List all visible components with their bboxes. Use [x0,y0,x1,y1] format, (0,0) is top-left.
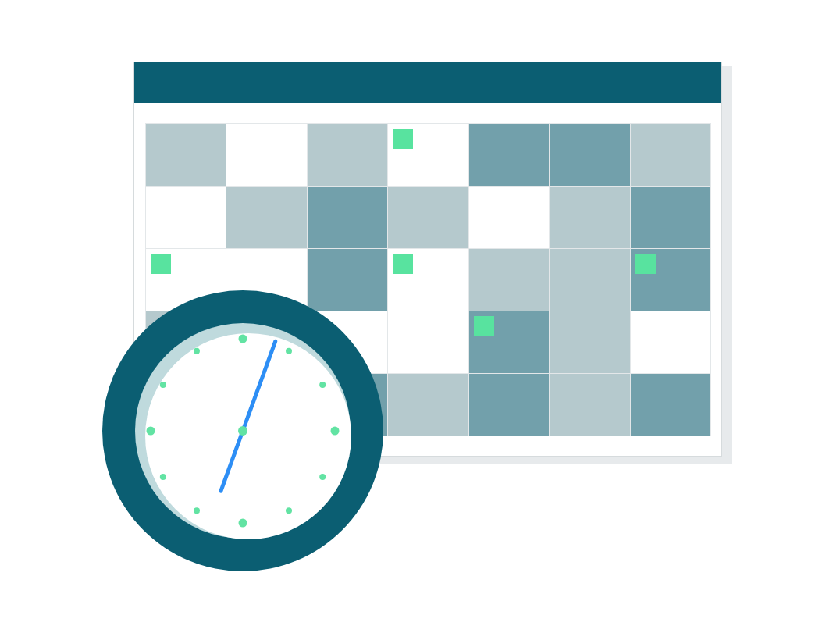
calendar-cell [388,374,468,436]
calendar-cell [631,249,711,311]
calendar-header-bar [134,62,721,103]
calendar-cell [469,249,550,311]
calendar-cell [308,124,388,187]
calendar-cell [388,187,468,249]
svg-point-7 [319,474,326,480]
calendar-cell [550,249,630,311]
event-marker [151,254,171,274]
event-marker [393,254,413,274]
svg-point-9 [239,519,247,528]
calendar-cell [469,374,550,436]
svg-point-12 [147,427,155,436]
svg-point-3 [239,335,247,343]
calendar-cell [146,124,226,187]
calendar-cell [469,187,550,249]
calendar-cell [226,124,307,187]
event-marker [635,254,656,274]
calendar-cell [308,187,388,249]
calendar-cell [226,187,307,249]
calendar-cell [631,311,711,374]
calendar-cell [146,187,226,249]
svg-point-13 [160,382,166,388]
svg-point-4 [286,348,292,354]
event-marker [474,316,494,336]
event-marker [393,129,413,149]
calendar-cell [631,374,711,436]
svg-point-6 [331,427,340,436]
calendar-cell [631,187,711,249]
calendar-cell [550,187,630,249]
calendar-cell [469,124,550,187]
svg-point-2 [145,333,351,539]
calendar-cell [550,124,630,187]
calendar-cell [469,311,550,374]
svg-point-11 [160,474,166,480]
calendar-cell [550,374,630,436]
calendar-cell [550,311,630,374]
svg-point-8 [286,507,292,514]
calendar-cell [631,124,711,187]
svg-point-14 [194,348,200,354]
calendar-cell [388,124,468,187]
svg-point-5 [319,382,326,388]
clock-icon [95,283,390,578]
calendar-cell [388,249,468,311]
calendar-cell [388,311,468,374]
svg-point-17 [238,426,247,436]
svg-point-10 [194,507,200,514]
